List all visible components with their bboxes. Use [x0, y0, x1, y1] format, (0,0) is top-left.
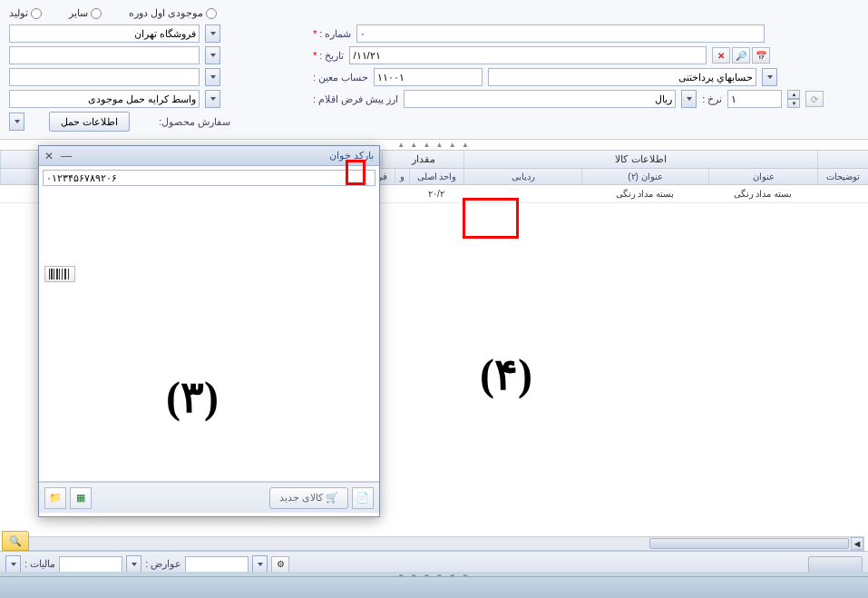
- search-zoom-icon[interactable]: 🔍: [2, 531, 29, 551]
- excel-icon[interactable]: ▦: [70, 487, 92, 509]
- calendar-icon[interactable]: 📅: [752, 47, 770, 64]
- radio-production-label: تولید: [9, 7, 28, 19]
- date-next-icon[interactable]: 🔎: [732, 47, 750, 64]
- svg-rect-6: [64, 269, 66, 279]
- cell-main-unit: ٢٠/٢: [409, 187, 463, 201]
- status-pager[interactable]: [808, 556, 863, 573]
- folder-icon[interactable]: 📁: [44, 487, 66, 509]
- svg-rect-7: [68, 269, 69, 279]
- highlight-box-1: [346, 160, 366, 185]
- status-action-icon[interactable]: ⚙: [271, 556, 289, 573]
- scroll-left-icon[interactable]: ◄: [851, 537, 863, 550]
- highlight-box-2: [463, 198, 519, 239]
- group-product-info: اطلاعات کالا: [463, 151, 817, 168]
- branch-input[interactable]: [9, 25, 200, 43]
- scroll-thumb[interactable]: [649, 538, 849, 549]
- annotation-3: (۳): [166, 371, 219, 422]
- annotation-4: (۴): [480, 348, 532, 399]
- account-label: حساب معین :: [313, 72, 368, 83]
- cell-title2: بسته مداد رنگی: [581, 187, 708, 201]
- duty-label: عوارض :: [145, 558, 181, 570]
- save-doc-icon[interactable]: 📄: [352, 487, 374, 509]
- tax-dropdown[interactable]: [126, 555, 141, 573]
- col-desc[interactable]: توضیحات: [817, 169, 868, 184]
- cell-title: بسته مداد رنگی: [708, 187, 817, 201]
- tax-label: مالیات :: [24, 558, 55, 570]
- extra-dropdown[interactable]: [9, 113, 24, 131]
- secondary-dropdown-2[interactable]: [205, 68, 220, 86]
- cargo-info-button[interactable]: اطلاعات حمل: [49, 112, 130, 132]
- close-icon[interactable]: ✕: [44, 150, 54, 162]
- duty-input[interactable]: [185, 556, 249, 573]
- minimize-icon[interactable]: —: [61, 150, 72, 162]
- barcode-input[interactable]: [43, 170, 375, 186]
- secondary-dropdown-1[interactable]: [205, 46, 220, 64]
- duty-dropdown[interactable]: [252, 555, 268, 573]
- form-panel: تولید سایر موجودی اول دوره شماره : * تار…: [0, 0, 868, 140]
- barcode-result-area: (۳): [39, 190, 379, 482]
- group-quantity: مقدار: [382, 151, 463, 168]
- radio-opening-label: موجودی اول دوره: [129, 7, 203, 19]
- barcode-window-titlebar[interactable]: بارکد خوان — ✕: [39, 146, 379, 166]
- date-clear-icon[interactable]: ✕: [712, 47, 730, 64]
- account-code-input[interactable]: [374, 68, 483, 86]
- barcode-reader-window: بارکد خوان — ✕ (۳) 📄 🛒 کالای جدید ▦ 📁: [38, 145, 380, 517]
- branch-dropdown[interactable]: [205, 25, 220, 43]
- status-dropdown-1[interactable]: [5, 555, 21, 573]
- radio-other[interactable]: سایر: [69, 7, 102, 19]
- number-input[interactable]: [356, 25, 765, 43]
- col-title2[interactable]: عنوان (٢): [581, 169, 708, 184]
- secondary-input-1[interactable]: [9, 46, 200, 64]
- barcode-icon[interactable]: [44, 266, 75, 282]
- svg-rect-4: [59, 269, 60, 279]
- barcode-window-footer: 📄 🛒 کالای جدید ▦ 📁: [39, 482, 379, 513]
- svg-rect-0: [49, 269, 50, 279]
- type-radio-group: تولید سایر موجودی اول دوره: [9, 5, 859, 25]
- bottom-strip: [0, 576, 868, 598]
- tax-input[interactable]: [59, 556, 122, 573]
- svg-rect-2: [54, 269, 54, 279]
- account-name-input[interactable]: [488, 68, 756, 86]
- carrier-dropdown[interactable]: [205, 90, 220, 108]
- radio-circle-icon: [31, 8, 42, 19]
- rate-refresh-icon[interactable]: ⟳: [805, 91, 824, 107]
- col-title[interactable]: عنوان: [708, 169, 817, 184]
- col-main-unit[interactable]: واحد اصلی: [409, 169, 463, 184]
- radio-circle-icon: [206, 8, 217, 19]
- number-label: شماره : *: [313, 28, 351, 40]
- account-dropdown[interactable]: [762, 68, 777, 86]
- date-input[interactable]: [349, 46, 707, 64]
- horizontal-scrollbar[interactable]: ◄ ►: [4, 536, 864, 551]
- col-and[interactable]: و: [395, 169, 409, 184]
- col-tracking[interactable]: ردیابی: [463, 169, 581, 184]
- rate-input[interactable]: [727, 90, 782, 108]
- radio-opening-inventory[interactable]: موجودی اول دوره: [129, 7, 217, 19]
- carrier-input[interactable]: [9, 90, 200, 108]
- default-currency-label: ارز پیش فرض اقلام :: [313, 93, 398, 105]
- radio-circle-icon: [91, 8, 102, 19]
- svg-rect-3: [56, 269, 58, 279]
- currency-dropdown[interactable]: [681, 90, 697, 108]
- secondary-input-2[interactable]: [9, 68, 200, 86]
- product-order-label: سفارش محصول:: [159, 116, 230, 128]
- svg-rect-5: [62, 269, 63, 279]
- radio-production[interactable]: تولید: [9, 7, 42, 19]
- new-item-button[interactable]: 🛒 کالای جدید: [269, 487, 348, 509]
- svg-rect-1: [51, 269, 53, 279]
- date-label: تاریخ : *: [313, 50, 344, 62]
- rate-label: نرخ :: [702, 93, 722, 105]
- radio-other-label: سایر: [69, 7, 88, 19]
- currency-input[interactable]: [404, 90, 676, 108]
- rate-spinner[interactable]: ▲▼: [787, 90, 800, 108]
